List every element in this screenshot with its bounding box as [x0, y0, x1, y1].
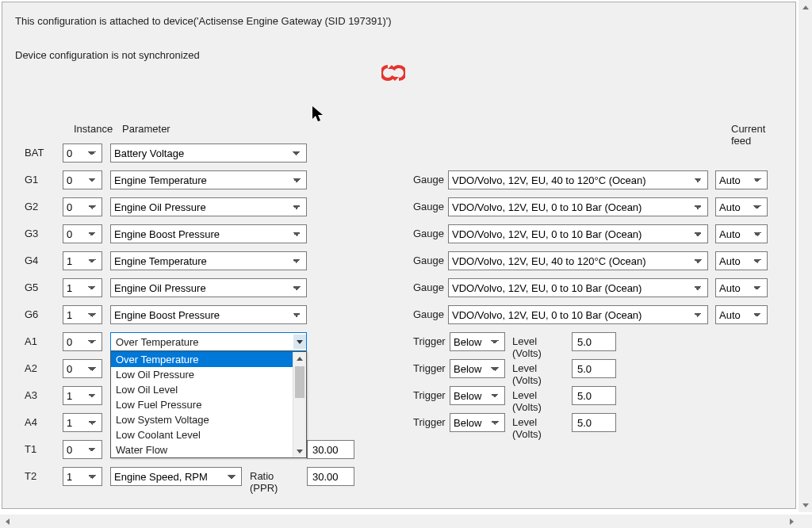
parameter-dropdown-list-a1[interactable]: Over Temperature Low Oil Pressure Low Oi…	[110, 351, 307, 458]
level-label-a2: Level (Volts)	[512, 362, 542, 386]
dropdown-option[interactable]: Over Temperature	[111, 352, 306, 367]
row-label-g3: G3	[25, 228, 59, 239]
feed-select-g3[interactable]: Auto	[715, 224, 768, 243]
gauge-select-g5[interactable]: VDO/Volvo, 12V, EU, 0 to 10 Bar (Ocean)	[448, 278, 708, 297]
gauge-select-g3[interactable]: VDO/Volvo, 12V, EU, 0 to 10 Bar (Ocean)	[448, 224, 708, 243]
dropdown-option[interactable]: Low Oil Level	[111, 382, 306, 397]
chevron-down-icon[interactable]	[293, 335, 306, 349]
column-header-instance: Instance	[74, 123, 113, 135]
feed-select-g4[interactable]: Auto	[715, 251, 768, 270]
instance-select-g5[interactable]: 1	[63, 278, 102, 297]
gauge-select-g1[interactable]: VDO/Volvo, 12V, EU, 40 to 120°C (Ocean)	[448, 170, 708, 189]
config-attached-text: This configuration is attached to device…	[15, 15, 783, 27]
feed-select-g2[interactable]: Auto	[715, 197, 768, 216]
ratio-label-t2: Ratio (PPR)	[250, 470, 278, 494]
dropdown-option[interactable]: Low System Voltage	[111, 412, 306, 427]
instance-select-t2[interactable]: 1	[63, 467, 102, 486]
sync-icon[interactable]	[381, 64, 405, 84]
gauge-label-g3: Gauge	[413, 228, 444, 239]
instance-select-g1[interactable]: 0	[63, 170, 102, 189]
level-label-a1: Level (Volts)	[512, 335, 542, 359]
scroll-down-icon[interactable]	[799, 498, 812, 512]
trigger-label-a4: Trigger	[413, 416, 446, 428]
column-header-current-feed: Current feed	[731, 123, 765, 147]
instance-select-a1[interactable]: 0	[63, 332, 102, 351]
scroll-right-icon[interactable]	[784, 515, 799, 528]
horizontal-scrollbar[interactable]	[0, 515, 799, 528]
row-label-a2: A2	[25, 362, 59, 374]
parameter-select-a1-value: Over Temperature	[116, 336, 199, 348]
instance-select-g2[interactable]: 0	[63, 197, 102, 216]
ratio-input-t2[interactable]	[307, 467, 354, 486]
gauge-label-g1: Gauge	[413, 174, 444, 186]
feed-select-g5[interactable]: Auto	[715, 278, 768, 297]
gauge-label-g6: Gauge	[413, 308, 444, 320]
mouse-cursor-icon	[312, 105, 326, 127]
ratio-input-t1[interactable]	[307, 440, 354, 459]
parameter-select-bat[interactable]: Battery Voltage	[110, 143, 307, 163]
row-label-a1: A1	[25, 335, 59, 347]
instance-select-a3[interactable]: 1	[63, 386, 102, 405]
trigger-select-a1[interactable]: Below	[450, 332, 505, 351]
row-label-a4: A4	[25, 416, 59, 428]
row-label-t2: T2	[25, 470, 59, 482]
level-label-a3: Level (Volts)	[512, 389, 542, 413]
trigger-label-a2: Trigger	[413, 362, 446, 374]
feed-select-g1[interactable]: Auto	[715, 170, 768, 189]
trigger-select-a4[interactable]: Below	[450, 413, 505, 432]
scroll-left-icon[interactable]	[0, 515, 14, 528]
parameter-select-g4[interactable]: Engine Temperature	[110, 251, 307, 270]
gauge-select-g6[interactable]: VDO/Volvo, 12V, EU, 0 to 10 Bar (Ocean)	[448, 305, 708, 324]
gauge-label-g4: Gauge	[413, 254, 444, 266]
row-label-bat: BAT	[25, 147, 59, 159]
instance-select-a4[interactable]: 1	[63, 413, 102, 432]
parameter-select-a1[interactable]: Over Temperature	[110, 332, 307, 351]
trigger-select-a3[interactable]: Below	[450, 386, 505, 405]
instance-select-bat[interactable]: 0	[63, 143, 102, 163]
row-label-t1: T1	[25, 443, 59, 455]
row-label-g4: G4	[25, 254, 59, 266]
vertical-scrollbar[interactable]	[799, 0, 812, 512]
gauge-select-g2[interactable]: VDO/Volvo, 12V, EU, 0 to 10 Bar (Ocean)	[448, 197, 708, 216]
scroll-thumb[interactable]	[295, 366, 304, 398]
level-input-a2[interactable]	[572, 359, 616, 378]
scroll-up-icon[interactable]	[799, 0, 812, 14]
dropdown-option[interactable]: Low Fuel Pressure	[111, 397, 306, 412]
row-label-g6: G6	[25, 308, 59, 320]
instance-select-g6[interactable]: 1	[63, 305, 102, 324]
row-label-g2: G2	[25, 201, 59, 212]
scrollbar-corner	[799, 515, 812, 528]
instance-select-g4[interactable]: 1	[63, 251, 102, 270]
gauge-label-g5: Gauge	[413, 281, 444, 293]
dropdown-option[interactable]: Water Flow	[111, 442, 306, 457]
parameter-select-g6[interactable]: Engine Boost Pressure	[110, 305, 307, 324]
level-input-a1[interactable]	[572, 332, 616, 351]
parameter-select-t2[interactable]: Engine Speed, RPM	[110, 467, 242, 486]
dropdown-option[interactable]: Low Oil Pressure	[111, 367, 306, 382]
trigger-label-a3: Trigger	[413, 389, 446, 401]
gauge-label-g2: Gauge	[413, 201, 444, 212]
instance-select-g3[interactable]: 0	[63, 224, 102, 243]
trigger-select-a2[interactable]: Below	[450, 359, 505, 378]
sync-status-text: Device configuration is not synchronized	[15, 49, 200, 61]
instance-select-t1[interactable]: 0	[63, 440, 102, 459]
row-label-g1: G1	[25, 174, 59, 186]
instance-select-a2[interactable]: 0	[63, 359, 102, 378]
gauge-select-g4[interactable]: VDO/Volvo, 12V, EU, 40 to 120°C (Ocean)	[448, 251, 708, 270]
level-label-a4: Level (Volts)	[512, 416, 542, 440]
scroll-up-icon[interactable]	[293, 352, 306, 365]
svg-marker-2	[312, 106, 323, 121]
parameter-select-g2[interactable]: Engine Oil Pressure	[110, 197, 307, 216]
row-label-g5: G5	[25, 281, 59, 293]
column-header-parameter: Parameter	[122, 123, 170, 135]
feed-select-g6[interactable]: Auto	[715, 305, 768, 324]
parameter-select-g1[interactable]: Engine Temperature	[110, 170, 307, 189]
trigger-label-a1: Trigger	[413, 335, 446, 347]
scroll-down-icon[interactable]	[293, 445, 306, 457]
parameter-select-g3[interactable]: Engine Boost Pressure	[110, 224, 307, 243]
parameter-select-g5[interactable]: Engine Oil Pressure	[110, 278, 307, 297]
level-input-a4[interactable]	[572, 413, 616, 432]
level-input-a3[interactable]	[572, 386, 616, 405]
dropdown-scrollbar[interactable]	[293, 352, 306, 457]
dropdown-option[interactable]: Low Coolant Level	[111, 427, 306, 442]
